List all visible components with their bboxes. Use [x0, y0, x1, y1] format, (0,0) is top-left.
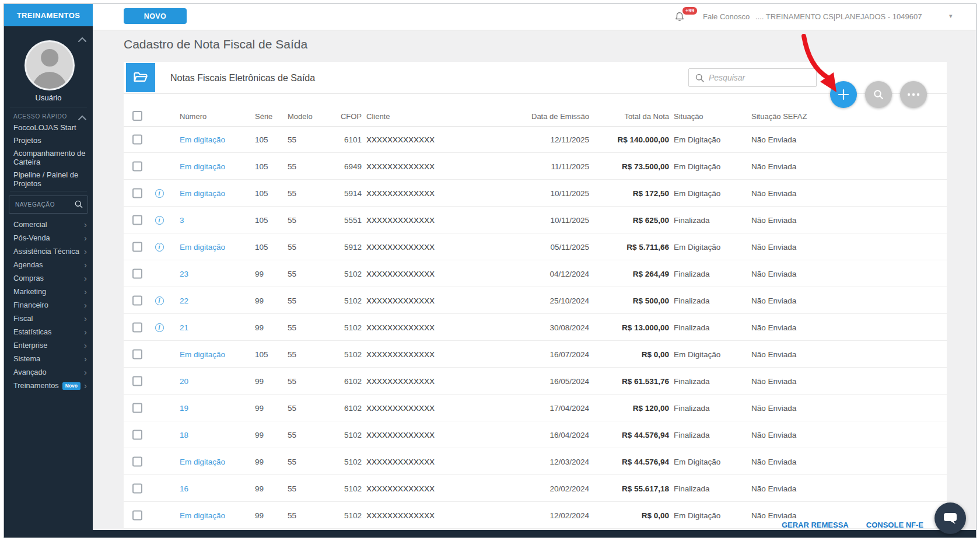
invoice-number-link[interactable]: Em digitação — [180, 189, 225, 197]
column-cliente[interactable]: Cliente — [366, 112, 390, 121]
invoice-number-link[interactable]: Em digitação — [180, 242, 225, 251]
row-checkbox[interactable] — [132, 322, 142, 332]
chevron-up-icon[interactable] — [78, 113, 87, 123]
row-checkbox[interactable] — [132, 295, 142, 305]
invoice-number-link[interactable]: Em digitação — [180, 511, 225, 519]
info-icon[interactable]: i — [155, 296, 164, 305]
sidebar-nav-item[interactable]: Marketing › — [4, 285, 93, 298]
sidebar-nav-item[interactable]: Pós-Venda › — [4, 231, 93, 245]
sidebar-nav-item[interactable]: Assistência Técnica › — [4, 245, 93, 258]
more-options-button[interactable] — [900, 81, 927, 108]
caret-down-icon[interactable]: ▾ — [949, 12, 953, 20]
chat-bubble-icon — [943, 511, 958, 525]
cell-serie: 99 — [255, 269, 264, 278]
cell-cliente: XXXXXXXXXXXXX — [366, 323, 435, 331]
row-checkbox[interactable] — [132, 134, 142, 144]
info-icon[interactable]: i — [155, 243, 164, 252]
sidebar-nav-item[interactable]: Estatísticas › — [4, 325, 93, 338]
sidebar-nav-item[interactable]: Compras › — [4, 271, 93, 285]
row-checkbox[interactable] — [132, 215, 142, 225]
cell-situacao-sefaz: Não Enviada — [751, 296, 796, 305]
row-checkbox[interactable] — [132, 161, 142, 171]
plus-icon — [837, 88, 850, 101]
row-checkbox[interactable] — [132, 376, 142, 386]
column-total[interactable]: Total da Nota — [547, 112, 669, 121]
cell-situacao-sefaz: Não Enviada — [751, 215, 796, 224]
table-row: i Em digitação 105 55 5912 XXXXXXXXXXXXX… — [124, 233, 947, 260]
search-input[interactable] — [689, 69, 816, 86]
cell-situacao-sefaz: Não Enviada — [751, 189, 796, 197]
sidebar-nav: Comercial › Pós-Venda › Assistência Técn… — [4, 218, 93, 392]
quick-access-list: FoccoLOJAS Start Projetos Acompanhamento… — [13, 123, 87, 192]
app-window: TREINAMENTOS Usuário ACESSO RÁPIDO Focco… — [4, 4, 977, 538]
row-checkbox[interactable] — [132, 349, 142, 359]
cell-serie: 105 — [255, 215, 268, 224]
column-cfop[interactable]: CFOP — [316, 112, 362, 121]
row-checkbox[interactable] — [132, 268, 142, 278]
search-icon — [74, 200, 83, 209]
row-checkbox[interactable] — [132, 188, 142, 198]
folder-icon — [126, 63, 155, 92]
sidebar-nav-item[interactable]: Comercial › — [4, 218, 93, 231]
invoice-number-link[interactable]: 22 — [180, 296, 188, 305]
sidebar-nav-item[interactable]: TreinamentosNovo › — [4, 379, 93, 392]
cell-cliente: XXXXXXXXXXXXX — [366, 215, 435, 224]
invoice-number-link[interactable]: 23 — [180, 269, 188, 278]
company-selector[interactable]: .... TREINAMENTO CS|PLANEJADOS - 1049607 — [755, 12, 922, 21]
column-numero[interactable]: Número — [180, 112, 206, 121]
table-body: Em digitação 105 55 6101 XXXXXXXXXXXXX 1… — [124, 126, 947, 529]
novo-badge: Novo — [62, 382, 80, 390]
invoice-number-link[interactable]: Em digitação — [180, 350, 225, 358]
add-invoice-button[interactable] — [830, 81, 857, 108]
invoice-number-link[interactable]: 18 — [180, 430, 188, 439]
info-icon[interactable]: i — [155, 323, 164, 332]
row-checkbox[interactable] — [132, 456, 142, 466]
select-all-checkbox[interactable] — [132, 111, 142, 121]
quick-access-item[interactable]: FoccoLOJAS Start — [13, 123, 87, 132]
avatar[interactable] — [24, 40, 75, 90]
advanced-search-button[interactable] — [865, 81, 892, 108]
info-icon[interactable]: i — [155, 216, 164, 225]
row-checkbox[interactable] — [132, 403, 142, 413]
invoice-number-link[interactable]: 19 — [180, 403, 188, 412]
sidebar-nav-item[interactable]: Avançado › — [4, 365, 93, 379]
invoice-number-link[interactable]: Em digitação — [180, 457, 225, 466]
column-serie[interactable]: Série — [255, 112, 272, 121]
cell-situacao: Finalizada — [674, 484, 710, 493]
sidebar-nav-item[interactable]: Agendas › — [4, 258, 93, 271]
chevron-right-icon: › — [84, 218, 87, 231]
sidebar-nav-item[interactable]: Fiscal › — [4, 312, 93, 325]
invoice-number-link[interactable]: Em digitação — [180, 135, 225, 144]
invoice-number-link[interactable]: 20 — [180, 376, 188, 385]
invoice-number-link[interactable]: Em digitação — [180, 162, 225, 170]
gerar-remessa-button[interactable]: GERAR REMESSA — [782, 521, 849, 529]
cell-modelo: 55 — [288, 242, 296, 251]
chevron-up-icon[interactable] — [78, 34, 87, 45]
column-situacao-sefaz[interactable]: Situação SEFAZ — [751, 112, 807, 121]
info-icon[interactable]: i — [155, 189, 164, 198]
column-situacao[interactable]: Situação — [674, 112, 704, 121]
invoice-number-link[interactable]: 16 — [180, 484, 188, 493]
chat-widget-button[interactable] — [935, 502, 966, 534]
cell-modelo: 55 — [288, 323, 296, 331]
cell-situacao: Em Digitação — [674, 242, 720, 251]
sidebar-nav-item[interactable]: Enterprise › — [4, 338, 93, 352]
row-checkbox[interactable] — [132, 510, 142, 520]
sidebar-nav-item[interactable]: Sistema › — [4, 352, 93, 365]
cell-total: R$ 5.711,66 — [547, 242, 669, 251]
invoice-number-link[interactable]: 3 — [180, 215, 184, 224]
sidebar-nav-item[interactable]: Financeiro › — [4, 298, 93, 312]
quick-access-item[interactable]: Projetos — [13, 136, 87, 145]
invoice-number-link[interactable]: 21 — [180, 323, 188, 331]
cell-situacao: Em Digitação — [674, 162, 720, 170]
quick-access-item[interactable]: Acompanhamento de Carteira — [13, 149, 87, 166]
contact-link[interactable]: Fale Conosco — [703, 12, 750, 21]
row-checkbox[interactable] — [132, 430, 142, 439]
console-nfe-button[interactable]: CONSOLE NF-E — [866, 521, 923, 529]
row-checkbox[interactable] — [132, 242, 142, 252]
cell-cliente: XXXXXXXXXXXXX — [366, 511, 435, 519]
new-button[interactable]: NOVO — [124, 8, 187, 24]
column-modelo[interactable]: Modelo — [288, 112, 313, 121]
row-checkbox[interactable] — [132, 483, 142, 493]
quick-access-item[interactable]: Pipeline / Painel de Projetos — [13, 170, 87, 188]
